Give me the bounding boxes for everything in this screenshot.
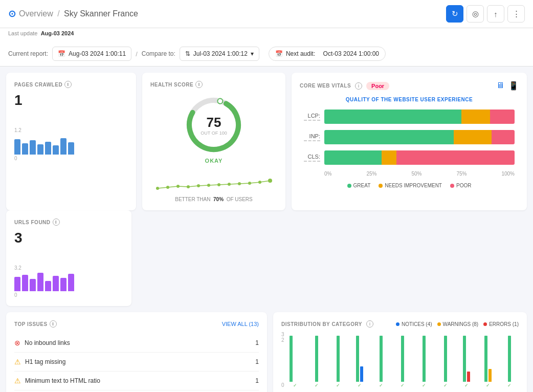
cwv-axis: 0% 25% 50% 75% 100% bbox=[304, 171, 515, 177]
y-axis: 3 2 0 bbox=[281, 332, 286, 388]
mini-bar bbox=[53, 276, 59, 291]
mobile-icon[interactable]: 📱 bbox=[508, 81, 519, 91]
warning-triangle-icon: ⚠ bbox=[14, 358, 21, 366]
dist-col-bars bbox=[484, 336, 492, 382]
cwv-legend: GREAT NEEDS IMPROVEMENT POOR bbox=[300, 183, 519, 188]
main: PAGES CRAWLED i 1 1.2 0 bbox=[0, 67, 533, 392]
dist-col: ✓ bbox=[479, 336, 497, 388]
issue-count: 1 bbox=[255, 358, 259, 365]
dist-bar bbox=[401, 336, 404, 382]
pages-crawled-subvalue: 1.2 bbox=[14, 127, 21, 133]
health-score-info-icon[interactable]: i bbox=[195, 81, 203, 88]
mini-bar bbox=[14, 277, 20, 291]
urls-found-zero: 0 bbox=[14, 292, 123, 298]
desktop-icon[interactable]: 🖥 bbox=[496, 81, 504, 91]
dist-bar bbox=[508, 336, 511, 382]
mini-bar bbox=[22, 275, 28, 291]
view-all-link[interactable]: VIEW ALL (13) bbox=[222, 321, 259, 327]
dist-bar bbox=[356, 336, 359, 382]
cwv-card: CORE WEB VITALS i Poor 🖥 📱 QUALITY OF TH… bbox=[292, 73, 527, 210]
dist-check: ✓ bbox=[486, 383, 490, 388]
svg-point-14 bbox=[268, 179, 272, 183]
mini-bar bbox=[60, 278, 66, 291]
urls-found-label: URLS FOUND i bbox=[14, 219, 123, 226]
current-date-value: Aug-03 2024 1:00:11 bbox=[69, 50, 126, 57]
cwv-cls-bar bbox=[324, 150, 515, 165]
svg-point-5 bbox=[176, 185, 180, 188]
dist-bar bbox=[467, 372, 470, 382]
dist-col-bars bbox=[401, 336, 404, 382]
breadcrumb-sep: / bbox=[57, 9, 59, 18]
cwv-device-icons: 🖥 📱 bbox=[496, 81, 519, 91]
issues-header: TOP ISSUES i VIEW ALL (13) bbox=[14, 320, 259, 328]
pages-crawled-bars: 1.2 bbox=[14, 113, 128, 133]
issue-count: 1 bbox=[255, 339, 259, 346]
dist-col: ✓ bbox=[307, 336, 326, 388]
page-title: Overview / Sky Skanner France bbox=[19, 9, 138, 18]
health-percent: 70% bbox=[213, 197, 224, 202]
dist-bar bbox=[380, 336, 383, 382]
reload-button[interactable]: ↻ bbox=[446, 5, 463, 23]
breadcrumb-overview: Overview bbox=[19, 9, 53, 18]
dist-check: ✓ bbox=[507, 383, 512, 388]
cwv-chart: LCP: INP: bbox=[300, 110, 519, 177]
issue-text: No inbound links bbox=[25, 339, 251, 346]
dist-bar bbox=[423, 336, 426, 382]
issue-count: 1 bbox=[255, 377, 259, 384]
upload-button[interactable]: ↑ bbox=[487, 5, 504, 23]
dist-bar bbox=[337, 336, 340, 382]
cwv-cls-label: CLS: bbox=[304, 154, 320, 162]
mini-bar bbox=[30, 140, 36, 155]
dist-header: DISTRIBUTION BY CATEGORY i NOTICES (4) W… bbox=[281, 320, 519, 328]
dist-col-bars bbox=[444, 336, 447, 382]
dist-bar bbox=[463, 336, 466, 382]
svg-point-6 bbox=[187, 185, 190, 188]
cwv-inp-row: INP: bbox=[304, 130, 515, 144]
dist-check: ✓ bbox=[401, 383, 405, 388]
dist-col-bars bbox=[508, 336, 511, 382]
dist-col-bars bbox=[380, 336, 383, 382]
svg-point-9 bbox=[217, 183, 220, 186]
dist-col: ✓ bbox=[500, 336, 519, 388]
svg-point-8 bbox=[207, 184, 210, 187]
top-issues-card: TOP ISSUES i VIEW ALL (13) ⊗ No inbound … bbox=[6, 312, 267, 392]
health-sparkline bbox=[150, 173, 277, 193]
dist-bars-area: ✓ ✓ ✓ bbox=[286, 332, 519, 388]
spacer bbox=[138, 210, 281, 306]
cwv-lcp-label: LCP: bbox=[304, 113, 320, 121]
spacer2 bbox=[287, 210, 522, 306]
profile-button[interactable]: ◎ bbox=[467, 5, 484, 23]
cwv-quality-title: QUALITY OF THE WEBSITE USER EXPERIENCE bbox=[300, 97, 519, 102]
bottom-row: TOP ISSUES i VIEW ALL (13) ⊗ No inbound … bbox=[6, 312, 527, 392]
dist-col: ✓ bbox=[372, 336, 390, 388]
cwv-title: CORE WEB VITALS bbox=[300, 83, 351, 89]
mini-bar bbox=[30, 279, 36, 291]
health-score-label: HEALTH SCORE i bbox=[150, 81, 277, 88]
health-score-card: HEALTH SCORE i 75 OUT OF 100 OKA bbox=[142, 73, 285, 210]
more-button[interactable]: ⋮ bbox=[507, 5, 525, 23]
last-update-date: Aug-03 2024 bbox=[41, 30, 74, 36]
dist-legend: NOTICES (4) WARNINGS (8) ERRORS (1) bbox=[396, 321, 519, 327]
current-date-button[interactable]: 📅 Aug-03 2024 1:00:11 bbox=[52, 47, 131, 61]
svg-point-3 bbox=[156, 187, 159, 190]
warning-triangle-icon: ⚠ bbox=[14, 377, 21, 385]
dist-check: ✓ bbox=[464, 383, 469, 388]
breadcrumb-site: Sky Skanner France bbox=[64, 9, 138, 18]
cwv-cls-row: CLS: bbox=[304, 150, 515, 165]
cwv-lcp-row: LCP: bbox=[304, 110, 515, 124]
next-audit-button[interactable]: 📅 Next audit: Oct-03 2024 1:00:00 bbox=[269, 47, 386, 61]
urls-found-subvalue: 3.2 bbox=[14, 265, 21, 271]
mini-bar bbox=[45, 142, 51, 155]
dist-col: ✓ bbox=[350, 336, 369, 388]
dist-check: ✓ bbox=[422, 383, 426, 388]
urls-found-info-icon[interactable]: i bbox=[53, 219, 60, 226]
issues-info-icon[interactable]: i bbox=[50, 320, 57, 328]
dist-bar bbox=[315, 336, 318, 382]
pages-crawled-info-icon[interactable]: i bbox=[64, 81, 72, 88]
cwv-info-icon[interactable]: i bbox=[355, 82, 362, 90]
legend-poor: POOR bbox=[450, 183, 471, 188]
health-score-value: 75 bbox=[201, 115, 227, 130]
dist-col-bars bbox=[315, 336, 318, 382]
dist-info-icon[interactable]: i bbox=[366, 320, 373, 328]
compare-date-button[interactable]: ⇅ Jul-03 2024 1:00:12 ▾ bbox=[180, 47, 259, 61]
